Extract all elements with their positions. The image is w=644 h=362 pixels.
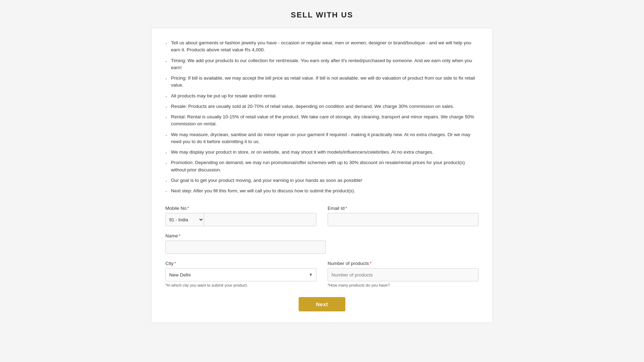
mobile-required: * xyxy=(187,206,189,211)
city-label: City* xyxy=(165,261,316,266)
email-input[interactable] xyxy=(328,213,479,226)
name-row: Name* xyxy=(165,233,479,254)
mobile-input-group: 91 - India1 - USA44 - UK61 - Australia xyxy=(165,213,316,226)
sell-with-us-form-container: Tell us about garments or fashion jewelr… xyxy=(151,28,493,323)
info-bullets-list: Tell us about garments or fashion jewelr… xyxy=(165,39,479,194)
next-button[interactable]: Next xyxy=(299,297,346,311)
mobile-email-row: Mobile No* 91 - India1 - USA44 - UK61 - … xyxy=(165,206,479,226)
num-products-required: * xyxy=(370,261,372,266)
mobile-number-input[interactable] xyxy=(204,213,316,226)
country-code-select[interactable]: 91 - India1 - USA44 - UK61 - Australia xyxy=(166,213,204,226)
city-products-row: City* New DelhiMumbaiBangaloreChennaiHyd… xyxy=(165,261,479,287)
num-products-input[interactable] xyxy=(328,268,479,281)
info-bullet-item: Tell us about garments or fashion jewelr… xyxy=(165,39,479,54)
city-group: City* New DelhiMumbaiBangaloreChennaiHyd… xyxy=(165,261,316,287)
info-bullet-item: All products may be put up for resale an… xyxy=(165,93,479,99)
mobile-label: Mobile No* xyxy=(165,206,316,211)
email-label: Email Id* xyxy=(328,206,479,211)
info-bullet-item: Timing: We add your products to our coll… xyxy=(165,57,479,72)
info-bullet-item: Rental: Rental is usually 10-15% of reta… xyxy=(165,113,479,128)
name-group: Name* xyxy=(165,233,326,254)
info-bullet-item: Next step: After you fill this form, we … xyxy=(165,187,479,194)
next-button-row: Next xyxy=(165,297,479,311)
name-label: Name* xyxy=(165,233,326,238)
mobile-group: Mobile No* 91 - India1 - USA44 - UK61 - … xyxy=(165,206,316,226)
city-select-wrapper: New DelhiMumbaiBangaloreChennaiHyderabad… xyxy=(165,268,316,281)
num-products-helper-text: *How many products do you have? xyxy=(328,283,479,287)
email-group: Email Id* xyxy=(328,206,479,226)
info-bullet-item: We may display your product in store, or… xyxy=(165,149,479,156)
info-bullet-item: Resale: Products are usually sold at 20-… xyxy=(165,103,479,110)
info-bullet-item: Promotion: Depending on demand, we may r… xyxy=(165,159,479,173)
page-title: SELL WITH US xyxy=(291,10,353,20)
city-select[interactable]: New DelhiMumbaiBangaloreChennaiHyderabad… xyxy=(165,268,316,281)
info-bullet-item: Our goal is to get your product moving, … xyxy=(165,177,479,184)
city-helper-text: *In which city you want to submit your p… xyxy=(165,283,316,287)
name-input[interactable] xyxy=(165,241,326,254)
city-required: * xyxy=(174,261,176,266)
num-products-label: Number of products* xyxy=(328,261,479,266)
name-required: * xyxy=(179,233,180,238)
email-required: * xyxy=(345,206,347,211)
num-products-group: Number of products* *How many products d… xyxy=(328,261,479,287)
info-bullet-item: Pricing: If bill is available, we may ac… xyxy=(165,75,479,89)
info-bullet-item: We may measure, dryclean, sanitise and d… xyxy=(165,131,479,146)
